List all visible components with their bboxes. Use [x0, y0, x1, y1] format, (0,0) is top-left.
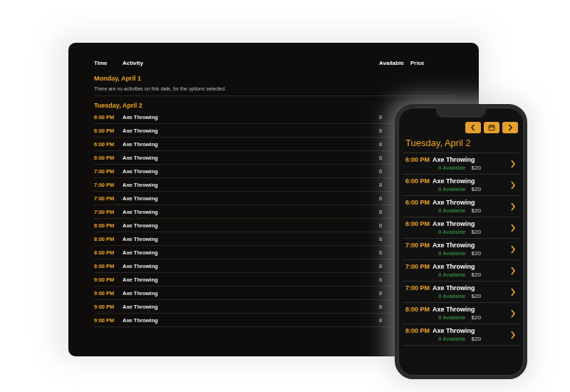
chevron-right-icon [508, 331, 518, 339]
list-item[interactable]: 8:00 PMAxe Throwing8 Available$20 [403, 303, 519, 324]
list-item[interactable]: 6:00 PMAxe Throwing8 Available$20 [403, 153, 519, 175]
list-item[interactable]: 6:00 PMAxe Throwing8 Available$20 [403, 196, 519, 217]
cell-time: 8:00 PM [94, 263, 123, 269]
cell-activity: Axe Throwing [432, 177, 475, 185]
cell-time: 8:00 PM [94, 249, 123, 256]
cell-available: 8 Available [438, 336, 466, 342]
cell-available: 8 Available [438, 165, 466, 171]
cell-time: 8:00 PM [94, 236, 123, 242]
chevron-right-icon [508, 181, 518, 190]
phone-day-header: Tuesday, April 2 [403, 136, 519, 153]
cell-activity: Axe Throwing [432, 263, 475, 270]
cell-activity: Axe Throwing [432, 284, 475, 292]
cell-activity: Axe Throwing [123, 209, 379, 215]
cell-time: 8:00 PM [405, 306, 430, 313]
cell-activity: Axe Throwing [123, 222, 379, 229]
cell-price: $20 [472, 250, 481, 257]
list-item[interactable]: 7:00 PMAxe Throwing8 Available$20 [403, 239, 519, 260]
cell-time: 9:00 PM [94, 290, 123, 296]
cell-time: 7:00 PM [405, 242, 430, 249]
cell-activity: Axe Throwing [123, 114, 379, 120]
cell-available: 8 Available [438, 186, 466, 192]
cell-activity: Axe Throwing [432, 156, 475, 163]
cell-activity: Axe Throwing [123, 195, 379, 202]
cell-time: 6:00 PM [94, 155, 123, 161]
cell-activity: Axe Throwing [123, 141, 379, 148]
cell-time: 6:00 PM [94, 141, 123, 148]
chevron-right-icon [508, 224, 518, 232]
cell-price: $20 [472, 272, 481, 278]
svg-rect-0 [489, 125, 494, 130]
cell-time: 7:00 PM [94, 209, 123, 215]
cell-activity: Axe Throwing [123, 168, 379, 175]
no-activities-message: There are no activities on this date, fo… [94, 83, 453, 96]
cell-time: 6:00 PM [405, 156, 430, 163]
cell-time: 8:00 PM [94, 222, 123, 229]
prev-button[interactable] [465, 122, 481, 133]
list-item[interactable]: 6:00 PMAxe Throwing8 Available$20 [403, 217, 519, 239]
next-button[interactable] [502, 122, 518, 133]
cell-activity: Axe Throwing [123, 263, 379, 269]
calendar-button[interactable] [484, 122, 499, 133]
cell-time: 7:00 PM [94, 182, 123, 188]
cell-time: 6:00 PM [405, 177, 430, 185]
cell-activity: Axe Throwing [432, 242, 475, 249]
cell-activity: Axe Throwing [123, 317, 379, 324]
cell-time: 6:00 PM [405, 220, 430, 227]
cell-time: 7:00 PM [94, 195, 123, 202]
phone-notch [436, 108, 486, 118]
cell-price: $20 [472, 229, 481, 235]
col-available: Available [379, 60, 410, 66]
cell-time: 6:00 PM [405, 199, 430, 206]
cell-price: $20 [472, 336, 481, 342]
cell-time: 6:00 PM [94, 114, 123, 120]
cell-price: $20 [472, 293, 481, 299]
cell-time: 9:00 PM [94, 277, 123, 283]
chevron-right-icon [508, 309, 518, 318]
cell-activity: Axe Throwing [123, 249, 379, 256]
cell-time: 9:00 PM [94, 304, 123, 310]
list-item[interactable]: 8:00 PMAxe Throwing8 Available$20 [403, 324, 519, 346]
cell-activity: Axe Throwing [123, 155, 379, 161]
cell-activity: Axe Throwing [123, 182, 379, 188]
cell-available: 8 Available [438, 272, 466, 278]
list-item[interactable]: 7:00 PMAxe Throwing8 Available$20 [403, 260, 519, 282]
cell-available: 8 Available [438, 250, 466, 257]
chevron-right-icon [508, 288, 518, 296]
cell-price: $20 [472, 207, 481, 214]
cell-activity: Axe Throwing [432, 199, 475, 206]
cell-activity: Axe Throwing [432, 306, 475, 313]
cell-available: 8 Available [438, 314, 466, 321]
cell-available: 8 Available [438, 229, 466, 235]
list-item[interactable]: 6:00 PMAxe Throwing8 Available$20 [403, 175, 519, 196]
cell-price: $20 [472, 186, 481, 192]
cell-activity: Axe Throwing [123, 128, 379, 134]
col-time: Time [94, 60, 123, 66]
cell-time: 7:00 PM [405, 263, 430, 270]
phone-mock: Tuesday, April 2 6:00 PMAxe Throwing8 Av… [395, 104, 527, 379]
cell-price: $20 [472, 165, 481, 171]
cell-time: 6:00 PM [94, 128, 123, 134]
phone-frame: Tuesday, April 2 6:00 PMAxe Throwing8 Av… [395, 104, 527, 379]
cell-available: 8 Available [438, 207, 466, 214]
cell-available: 8 Available [438, 293, 466, 299]
cell-activity: Axe Throwing [432, 327, 475, 334]
chevron-right-icon [508, 267, 518, 275]
col-price: Price [410, 60, 432, 66]
col-activity: Activity [123, 60, 379, 66]
day-header: Monday, April 1 [94, 69, 453, 83]
list-item[interactable]: 7:00 PMAxe Throwing8 Available$20 [403, 282, 519, 303]
cell-activity: Axe Throwing [123, 236, 379, 242]
chevron-right-icon [508, 202, 518, 211]
phone-toolbar [403, 122, 519, 136]
chevron-right-icon [508, 245, 518, 254]
cell-time: 8:00 PM [405, 327, 430, 334]
cell-time: 9:00 PM [94, 317, 123, 324]
cell-price: $20 [472, 314, 481, 321]
cell-activity: Axe Throwing [123, 304, 379, 310]
cell-time: 7:00 PM [405, 284, 430, 292]
cell-activity: Axe Throwing [123, 277, 379, 283]
cell-time: 7:00 PM [94, 168, 123, 175]
cell-activity: Axe Throwing [432, 220, 475, 227]
cell-activity: Axe Throwing [123, 290, 379, 296]
